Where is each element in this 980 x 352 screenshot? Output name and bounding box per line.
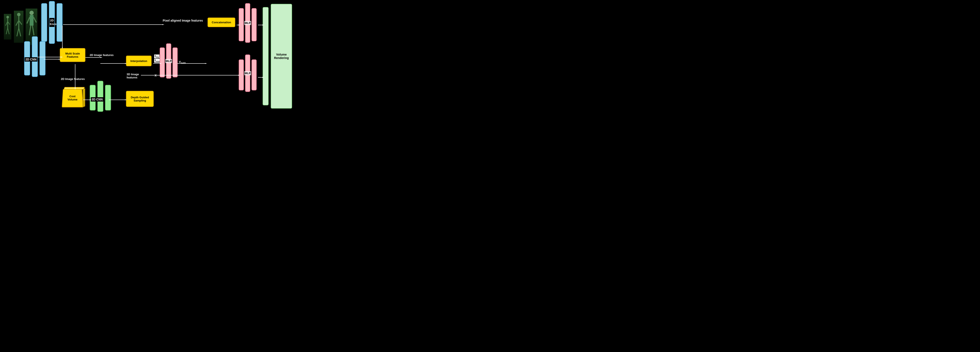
svg-line-15 bbox=[33, 17, 36, 22]
arrow-mlp1-to-vnerf bbox=[177, 61, 207, 65]
arrow-mlp3-to-vr bbox=[258, 75, 264, 78]
f-img-label: fimg bbox=[154, 54, 159, 58]
encoder-bar-1 bbox=[41, 3, 47, 42]
depth-guided-box: Depth GuidedSampling bbox=[126, 91, 154, 107]
mlp3-bar-3 bbox=[251, 59, 257, 90]
vr-bar-2: VolumeRendering bbox=[271, 4, 292, 109]
svg-point-6 bbox=[17, 13, 21, 16]
arrow-encoder-to-pixel bbox=[63, 22, 164, 26]
cost-volume-top bbox=[64, 87, 85, 90]
arrow-mlp2-to-vr bbox=[258, 22, 264, 26]
mlp3-bar-2: MLP bbox=[245, 54, 250, 92]
svg-line-11 bbox=[19, 28, 21, 36]
mlp2-label: MLP bbox=[244, 21, 251, 25]
person-figure-2 bbox=[14, 11, 24, 43]
image-features-2d-lower-label: 2D Image features bbox=[61, 77, 85, 81]
svg-marker-31 bbox=[125, 99, 127, 100]
cnn2d-bar-2 bbox=[32, 36, 38, 77]
svg-marker-35 bbox=[160, 63, 162, 64]
mlp2-bar-3 bbox=[251, 8, 257, 41]
mlp1-label: MLP bbox=[165, 59, 172, 63]
vr-bar-1 bbox=[262, 7, 269, 106]
svg-marker-43 bbox=[262, 77, 264, 78]
encoder-bar-group: 2DEncoder bbox=[41, 3, 62, 44]
svg-line-16 bbox=[29, 26, 31, 35]
svg-marker-45 bbox=[238, 75, 240, 76]
svg-line-10 bbox=[17, 28, 19, 36]
encoder-bar-3 bbox=[57, 3, 62, 42]
svg-marker-33 bbox=[125, 63, 127, 64]
person-figure-1 bbox=[4, 14, 11, 40]
cost-volume-box: CostVolume bbox=[62, 89, 83, 107]
arrow-cnn3d-to-depth bbox=[109, 97, 127, 101]
svg-marker-41 bbox=[262, 25, 264, 26]
svg-marker-23 bbox=[100, 57, 102, 58]
cnn2d-label: 2D CNN bbox=[25, 57, 37, 62]
svg-marker-47 bbox=[162, 24, 164, 25]
arrow-costvol-to-cnn3d bbox=[83, 97, 92, 101]
interpolation-box: Interpolation bbox=[126, 56, 151, 66]
svg-marker-39 bbox=[238, 25, 240, 26]
multi-scale-box: Multi ScaleFeatures bbox=[60, 48, 85, 62]
arrow-cnn-to-multiscale bbox=[44, 57, 61, 61]
arrow-multiscale-to-features bbox=[85, 55, 102, 59]
arrow-cnn3d-to-interp bbox=[100, 61, 127, 65]
image-features-3d-label: 3D Imagefeatures bbox=[127, 73, 139, 79]
svg-marker-27 bbox=[75, 88, 76, 90]
svg-marker-25 bbox=[62, 47, 63, 49]
arrow-input-to-cnn bbox=[37, 57, 38, 57]
svg-marker-21 bbox=[59, 59, 61, 60]
svg-point-12 bbox=[29, 11, 34, 15]
arrow-interp-to-mlp bbox=[153, 61, 162, 65]
mlp3-bar-group: MLP bbox=[239, 58, 257, 92]
svg-point-0 bbox=[6, 16, 9, 18]
svg-line-14 bbox=[27, 17, 30, 24]
svg-marker-29 bbox=[90, 99, 92, 100]
pixel-aligned-label: Pixel aligned Image features bbox=[163, 19, 203, 22]
cnn3d-bar-2 bbox=[97, 81, 103, 112]
arrow-concat-to-mlp2 bbox=[237, 22, 240, 26]
svg-line-17 bbox=[32, 26, 34, 35]
mlp3-label: MLP bbox=[244, 71, 251, 75]
svg-marker-19 bbox=[61, 57, 63, 58]
encoder-label: 2DEncoder bbox=[49, 18, 54, 27]
mlp2-bar-group: MLP bbox=[239, 6, 257, 43]
svg-marker-37 bbox=[205, 63, 207, 64]
arrow-pixel-to-concat bbox=[208, 22, 209, 26]
svg-line-4 bbox=[6, 28, 8, 34]
volume-rendering-bar-group: VolumeRendering bbox=[262, 4, 292, 109]
arrow-features-to-costvol bbox=[75, 64, 76, 91]
architecture-diagram: 2DEncoder 2D CNN Multi ScaleFeatures 2D … bbox=[0, 0, 327, 117]
svg-rect-13 bbox=[30, 15, 33, 26]
encoder-bar-2: 2DEncoder bbox=[49, 1, 55, 44]
arrow-features-to-encoder bbox=[62, 26, 63, 50]
arrow-depth-to-mlp3 bbox=[141, 73, 240, 77]
concatenation-box: Concatenation bbox=[208, 18, 235, 27]
svg-line-5 bbox=[8, 28, 9, 34]
cnn3d-label: 3D CNN bbox=[91, 97, 103, 101]
mlp2-bar-2: MLP bbox=[245, 3, 250, 43]
